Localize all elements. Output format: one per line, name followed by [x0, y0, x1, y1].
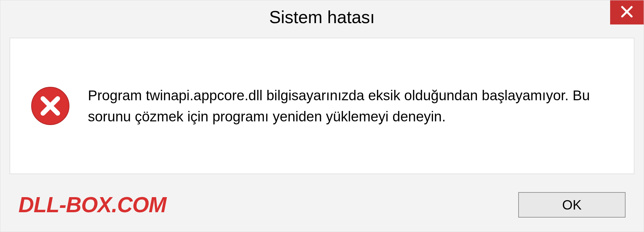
dialog-title: Sistem hatası	[269, 7, 375, 27]
system-error-dialog: Sistem hatası Program twinapi.appcore.dl…	[0, 0, 644, 232]
error-message: Program twinapi.appcore.dll bilgisayarın…	[88, 85, 614, 127]
title-bar: Sistem hatası	[0, 0, 644, 34]
dialog-footer: DLL-BOX.COM OK	[0, 178, 644, 232]
close-icon	[620, 5, 634, 20]
error-icon	[30, 86, 70, 126]
ok-button[interactable]: OK	[518, 192, 626, 218]
content-area: Program twinapi.appcore.dll bilgisayarın…	[10, 38, 634, 174]
watermark-text: DLL-BOX.COM	[18, 192, 166, 217]
close-button[interactable]	[610, 0, 644, 24]
